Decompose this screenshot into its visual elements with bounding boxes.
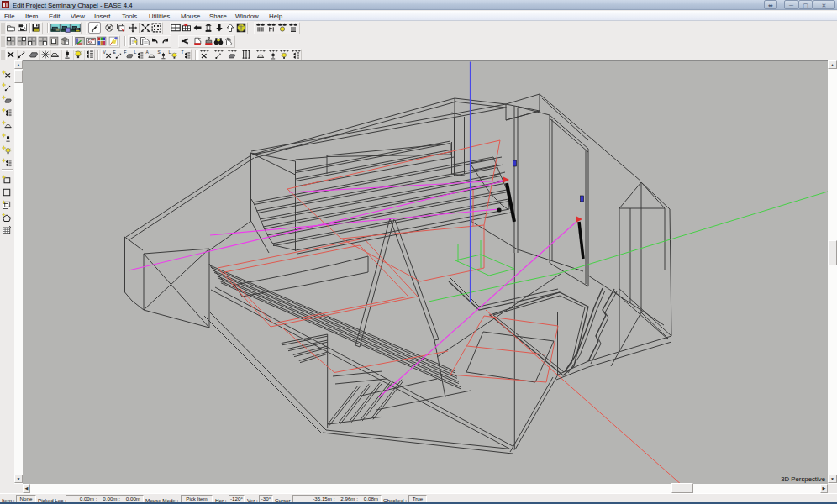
svg-text:E: E xyxy=(113,50,116,55)
svg-text:L: L xyxy=(168,50,171,55)
svg-text:L: L xyxy=(134,50,136,55)
svg-text:F: F xyxy=(124,50,126,55)
svg-text:S: S xyxy=(157,50,161,55)
svg-text:A: A xyxy=(145,50,149,55)
svg-text:V: V xyxy=(103,50,106,55)
svg-text:T: T xyxy=(181,50,183,55)
